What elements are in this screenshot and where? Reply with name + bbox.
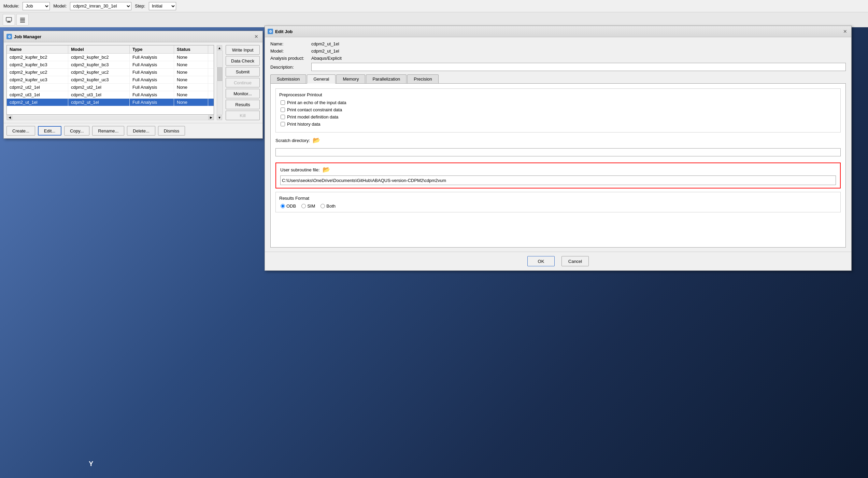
checkbox-echo-input[interactable] — [281, 100, 285, 105]
edit-button[interactable]: Edit... — [38, 126, 61, 136]
radio-sim-input[interactable] — [301, 204, 306, 208]
cell-extra — [208, 69, 214, 76]
ok-button[interactable]: OK — [527, 256, 555, 266]
y-axis-label: Y — [89, 460, 93, 468]
checkbox-contact-label: Print contact constraint data — [287, 107, 342, 112]
table-row[interactable]: cdpm2_kupfer_uc2 cdpm2_kupfer_uc2 Full A… — [7, 69, 214, 76]
scroll-down[interactable]: ▼ — [217, 115, 222, 120]
results-label: Results Format — [279, 196, 837, 201]
table-row[interactable]: cdpm2_ut3_1el cdpm2_ut3_1el Full Analysi… — [7, 91, 214, 99]
user-subroutine-input[interactable]: C:\Users\seoks\OneDrive\Documents\GitHub… — [280, 175, 836, 185]
checkbox-model-input[interactable] — [281, 115, 285, 119]
cell-status: None — [174, 84, 208, 91]
edit-job-content: Name: cdpm2_ut_1el Model: cdpm2_ut_1el A… — [265, 37, 851, 252]
cell-extra — [208, 54, 214, 61]
cell-name: cdpm2_kupfer_uc3 — [7, 76, 68, 83]
scratch-input[interactable] — [275, 148, 841, 156]
write-input-button[interactable]: Write Input — [226, 45, 260, 55]
table-row-selected[interactable]: cdpm2_ut_1el cdpm2_ut_1el Full Analysis … — [7, 99, 214, 106]
model-row: Model: cdpm2_ut_1el — [270, 48, 846, 54]
radio-odb-input[interactable] — [281, 204, 285, 208]
cell-extra — [208, 84, 214, 91]
icon-bar — [0, 12, 868, 27]
job-manager-title: Job Manager — [14, 34, 41, 39]
checkbox-history-input[interactable] — [281, 122, 285, 126]
tab-general[interactable]: General — [307, 74, 336, 84]
table-row[interactable]: cdpm2_kupfer_bc3 cdpm2_kupfer_bc3 Full A… — [7, 61, 214, 69]
tab-parallelization[interactable]: Parallelization — [366, 74, 407, 83]
model-select[interactable]: cdpm2_imran_30_1el — [70, 2, 131, 10]
cell-status: None — [174, 76, 208, 83]
table-row[interactable]: cdpm2_ut2_1el cdpm2_ut2_1el Full Analysi… — [7, 84, 214, 91]
edit-job-close[interactable]: ✕ — [842, 28, 849, 35]
scratch-folder-icon[interactable]: 📂 — [313, 137, 320, 144]
cell-model: cdpm2_kupfer_uc3 — [68, 76, 130, 83]
cell-extra — [208, 91, 214, 98]
cancel-button[interactable]: Cancel — [561, 256, 589, 266]
description-row: Description: — [270, 63, 846, 71]
radio-sim-label: SIM — [307, 203, 315, 209]
tabs-container: Submission General Memory Parallelizatio… — [270, 74, 846, 84]
cell-status: None — [174, 91, 208, 98]
copy-button[interactable]: Copy... — [64, 126, 89, 136]
name-row: Name: cdpm2_ut_1el — [270, 41, 846, 46]
edit-job-icon: ⚙ — [268, 29, 273, 34]
results-box: Results Format ODB SIM Both — [275, 192, 841, 212]
dismiss-button[interactable]: Dismiss — [158, 126, 185, 136]
svg-rect-4 — [20, 19, 25, 20]
cell-type: Full Analysis — [130, 54, 174, 61]
job-table: Name Model Type Status cdpm2_kupfer_bc2 … — [6, 45, 214, 115]
description-input[interactable] — [311, 63, 846, 71]
scroll-left[interactable]: ◀ — [7, 115, 12, 120]
user-subroutine-label: User subroutine file: — [280, 167, 320, 172]
continue-button[interactable]: Continue — [226, 78, 260, 87]
delete-button[interactable]: Delete... — [127, 126, 155, 136]
checkbox-contact-input[interactable] — [281, 108, 285, 112]
data-check-button[interactable]: Data Check — [226, 56, 260, 66]
svg-rect-2 — [7, 22, 11, 23]
cell-type: Full Analysis — [130, 61, 174, 68]
cell-name: cdpm2_ut2_1el — [7, 84, 68, 91]
radio-odb: ODB — [281, 203, 296, 209]
model-label: Model: — [270, 48, 311, 54]
analysis-product-value: Abaqus/Explicit — [311, 56, 342, 61]
bottom-buttons: Create... Edit... Copy... Rename... Dele… — [4, 123, 262, 138]
results-button[interactable]: Results — [226, 100, 260, 109]
list-icon[interactable] — [16, 14, 29, 26]
radio-both-input[interactable] — [321, 204, 325, 208]
tab-submission[interactable]: Submission — [270, 74, 306, 83]
tab-precision[interactable]: Precision — [407, 74, 438, 83]
table-row[interactable]: cdpm2_kupfer_uc3 cdpm2_kupfer_uc3 Full A… — [7, 76, 214, 84]
job-manager-body: Name Model Type Status cdpm2_kupfer_bc2 … — [4, 42, 262, 123]
cell-type: Full Analysis — [130, 69, 174, 76]
analysis-product-label: Analysis product: — [270, 56, 311, 61]
job-manager-close[interactable]: ✕ — [253, 33, 260, 40]
scroll-thumb[interactable] — [217, 67, 223, 81]
cell-status: None — [174, 99, 208, 106]
col-extra — [208, 45, 214, 53]
edit-job-dialog: ⚙ Edit Job ✕ Name: cdpm2_ut_1el Model: c… — [265, 26, 852, 271]
user-subroutine-row: User subroutine file: 📂 — [280, 166, 836, 173]
scroll-right[interactable]: ▶ — [208, 115, 214, 120]
checkbox-model-label: Print model definition data — [287, 114, 338, 120]
user-subroutine-folder-icon[interactable]: 📂 — [323, 166, 330, 173]
kill-button[interactable]: Kill — [226, 111, 260, 120]
tab-content-general: Preprocessor Printout Print an echo of t… — [270, 84, 846, 248]
cell-model: cdpm2_kupfer_bc3 — [68, 61, 130, 68]
monitor-button[interactable]: Monitor... — [226, 89, 260, 98]
table-row[interactable]: cdpm2_kupfer_bc2 cdpm2_kupfer_bc2 Full A… — [7, 54, 214, 61]
scroll-up[interactable]: ▲ — [217, 45, 222, 51]
step-select[interactable]: Initial — [149, 2, 176, 10]
edit-job-titlebar: ⚙ Edit Job ✕ — [265, 26, 851, 37]
cell-model: cdpm2_ut2_1el — [68, 84, 130, 91]
module-select[interactable]: Job — [23, 2, 50, 10]
scratch-label: Scratch directory: — [275, 138, 310, 143]
tab-memory[interactable]: Memory — [336, 74, 365, 83]
action-buttons: Write Input Data Check Submit Continue M… — [226, 45, 260, 120]
submit-button[interactable]: Submit — [226, 67, 260, 76]
computer-icon[interactable] — [3, 14, 15, 26]
rename-button[interactable]: Rename... — [92, 126, 124, 136]
cell-extra — [208, 76, 214, 83]
cell-name: cdpm2_kupfer_uc2 — [7, 69, 68, 76]
create-button[interactable]: Create... — [6, 126, 35, 136]
